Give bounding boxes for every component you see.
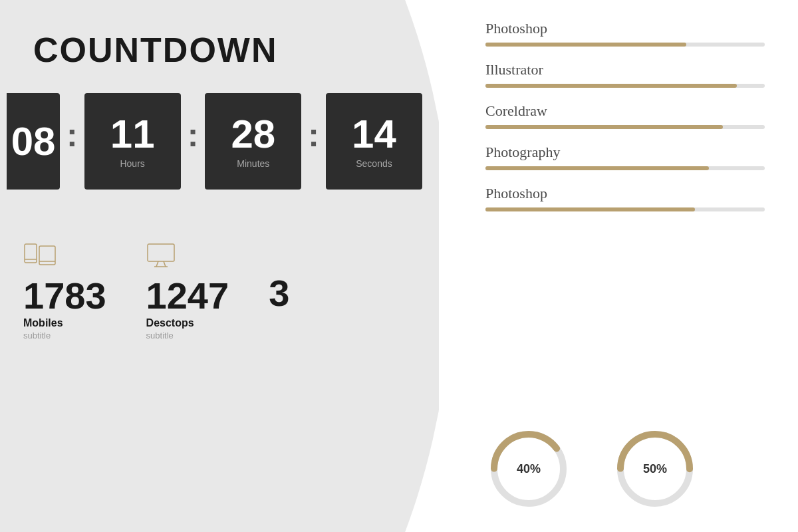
stats-row: 1783 Mobiles subtitle 1247 Desctops subt… — [0, 190, 439, 340]
desktops-number: 1247 — [146, 277, 229, 315]
svg-rect-2 — [39, 246, 55, 265]
mobile-icon — [23, 243, 57, 272]
skill-bar-fill — [485, 43, 686, 47]
donut-container: 50% — [612, 426, 698, 512]
svg-rect-4 — [148, 244, 174, 261]
desktops-subtitle: subtitle — [146, 331, 174, 340]
skill-item: Photography — [485, 144, 765, 170]
svg-rect-0 — [25, 244, 37, 263]
stat-third: 3 — [269, 243, 289, 312]
skill-bar-bg — [485, 43, 765, 47]
svg-line-5 — [156, 261, 158, 267]
separator-3: : — [301, 116, 326, 154]
donut-container: 40% — [485, 426, 572, 512]
svg-line-6 — [164, 261, 166, 267]
minutes-label: Minutes — [237, 158, 269, 169]
minutes-number: 28 — [231, 114, 275, 154]
countdown-block-seconds: 14 Seconds — [326, 93, 422, 190]
third-number: 3 — [269, 275, 289, 312]
skill-name: Photoshop — [485, 20, 765, 37]
skill-bar-fill — [485, 166, 709, 170]
skill-bar-bg — [485, 207, 765, 211]
skill-bar-fill — [485, 207, 695, 211]
skill-bar-fill — [485, 125, 723, 129]
skill-item: Photoshop — [485, 185, 765, 211]
skill-bar-bg — [485, 84, 765, 88]
skill-name: Photography — [485, 144, 765, 161]
desktops-title: Desctops — [146, 317, 194, 329]
countdown-block-days-partial: 08 — [7, 93, 60, 190]
stat-desktops: 1247 Desctops subtitle — [146, 243, 229, 340]
hours-number: 11 — [110, 114, 155, 154]
mobiles-number: 1783 — [23, 277, 106, 315]
mobiles-subtitle: subtitle — [23, 331, 51, 340]
donut-section: 40% 50% — [485, 406, 765, 512]
stat-mobiles: 1783 Mobiles subtitle — [23, 243, 106, 340]
separator-2: : — [181, 116, 205, 154]
hours-label: Hours — [120, 158, 144, 169]
seconds-label: Seconds — [356, 158, 392, 169]
right-panel: Photoshop Illustrator Coreldraw Photogra… — [439, 0, 798, 532]
donut-label: 50% — [643, 462, 667, 476]
skill-bar-bg — [485, 166, 765, 170]
days-number: 08 — [11, 122, 56, 162]
donut-wrapper: 40% — [485, 426, 572, 512]
desktop-icon — [146, 243, 180, 272]
countdown-row: 08 : 11 Hours : 28 Minutes : 14 Seconds — [0, 70, 439, 190]
skill-name: Photoshop — [485, 185, 765, 202]
separator-1: : — [60, 116, 84, 154]
donut-wrapper: 50% — [612, 426, 698, 512]
skill-bar-fill — [485, 84, 737, 88]
countdown-title: COUNTDOWN — [0, 0, 439, 70]
skills-section: Photoshop Illustrator Coreldraw Photogra… — [485, 20, 765, 406]
mobiles-title: Mobiles — [23, 317, 63, 329]
skill-item: Coreldraw — [485, 102, 765, 129]
skill-bar-bg — [485, 125, 765, 129]
left-panel: COUNTDOWN 08 : 11 Hours : 28 Minutes : 1… — [0, 0, 439, 532]
skill-name: Coreldraw — [485, 102, 765, 120]
countdown-block-minutes: 28 Minutes — [205, 93, 301, 190]
skill-item: Illustrator — [485, 61, 765, 88]
skill-item: Photoshop — [485, 20, 765, 47]
countdown-block-hours: 11 Hours — [84, 93, 181, 190]
donut-label: 40% — [517, 462, 541, 476]
seconds-number: 14 — [352, 114, 396, 154]
skill-name: Illustrator — [485, 61, 765, 78]
